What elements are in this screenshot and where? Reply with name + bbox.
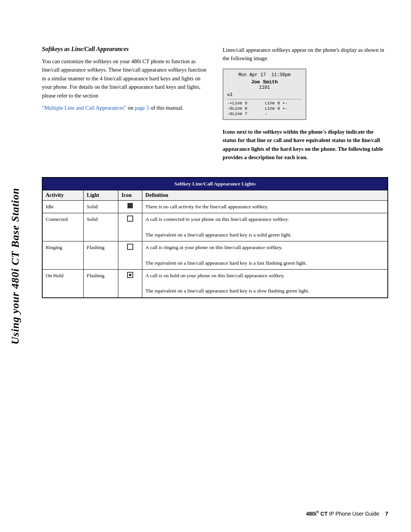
right-column: Lines/call appearance softkeys appear on… — [223, 46, 388, 166]
page-footer: 480i® CT IP Phone User Guide 7 — [306, 510, 388, 517]
phone-line-2: Line 8 ▪- — [265, 101, 302, 105]
left-para-2: "Multiple Line and Call Appearances" on … — [42, 104, 207, 112]
definition-connected: A call is connected to your phone on thi… — [142, 213, 388, 241]
main-content: Softkeys as Line/Call Appearances You ca… — [34, 23, 411, 321]
icon-on-hold — [118, 269, 142, 297]
col-header-icon: Icon — [118, 190, 142, 201]
table-title: Softkey Line/Call Appearance Lights — [42, 177, 388, 190]
light-connected: Solid — [83, 213, 118, 241]
phone-display-name: Joe Smith — [227, 79, 302, 85]
appearance-table: Softkey Line/Call Appearance Lights Acti… — [42, 177, 388, 298]
phone-display-ext: 1101 — [227, 85, 302, 90]
empty-square-ringing-icon — [127, 244, 133, 250]
col-header-activity: Activity — [42, 190, 83, 201]
light-ringing: Flashing — [83, 241, 118, 270]
col-header-light: Light — [83, 190, 118, 201]
table-row: Idle Solid There is no call activity for… — [42, 201, 388, 213]
table-header-row: Activity Light Icon Definition — [42, 190, 388, 201]
small-square-icon — [127, 203, 133, 208]
definition-on-hold: A call is on hold on your phone on this … — [142, 269, 388, 297]
activity-connected: Connected — [42, 213, 83, 241]
two-column-layout: Softkeys as Line/Call Appearances You ca… — [42, 46, 388, 166]
page-5-link[interactable]: page 5 — [135, 105, 149, 111]
multiple-line-link[interactable]: "Multiple Line and Call Appearances" — [42, 105, 126, 111]
page-container: Using your 480i CT Base Station Softkeys… — [0, 0, 411, 532]
activity-ringing: Ringing — [42, 241, 83, 270]
phone-line-3: -OLine 6 — [227, 106, 264, 111]
definition-idle: There is no call activity for the line/c… — [142, 201, 388, 213]
icon-ringing — [118, 241, 142, 270]
activity-idle: Idle — [42, 201, 83, 213]
phone-line-6: - — [265, 112, 302, 116]
footer-page-number: 7 — [385, 511, 388, 517]
section-heading: Softkeys as Line/Call Appearances — [42, 46, 207, 53]
phone-line-5: -OLine 7 — [227, 112, 264, 116]
left-para-1: You can customize the softkeys on your 4… — [42, 57, 207, 100]
phone-line-4: Line 9 ▪- — [265, 106, 302, 111]
left-column: Softkeys as Line/Call Appearances You ca… — [42, 46, 207, 166]
light-on-hold: Flashing — [83, 269, 118, 297]
phone-display-msg: ✉1 — [227, 92, 302, 97]
icon-idle — [118, 201, 142, 213]
phone-display-header: Mon Apr 17 11:30pm — [227, 72, 302, 78]
table-section: Softkey Line/Call Appearance Lights Acti… — [42, 177, 388, 298]
phone-display-mockup: Mon Apr 17 11:30pm Joe Smith 1101 ✉1 -▪L… — [223, 69, 306, 120]
phone-line-1: -▪Line 5 — [227, 101, 264, 105]
filled-inner-square-icon — [127, 272, 133, 278]
right-body-text: Icons next to the softkeys within the ph… — [223, 128, 388, 162]
footer-product-name: 480i® CT — [306, 511, 327, 517]
light-idle: Solid — [83, 201, 118, 213]
footer-product: 480i® CT IP Phone User Guide 7 — [306, 511, 388, 517]
activity-on-hold: On Hold — [42, 269, 83, 297]
table-row: Connected Solid A call is connected to y… — [42, 213, 388, 241]
table-title-row: Softkey Line/Call Appearance Lights — [42, 177, 388, 190]
col-header-definition: Definition — [142, 190, 388, 201]
phone-display-lines: -▪Line 5 Line 8 ▪- -OLine 6 Line 9 ▪- -O… — [227, 99, 302, 116]
icon-connected — [118, 213, 142, 241]
right-intro-text: Lines/call appearance softkeys appear on… — [223, 46, 388, 63]
empty-square-icon — [127, 216, 133, 222]
sidebar: Using your 480i CT Base Station — [0, 0, 30, 532]
table-row: On Hold Flashing A call is on hold on yo… — [42, 269, 388, 297]
sidebar-title: Using your 480i CT Base Station — [9, 188, 21, 344]
table-row: Ringing Flashing A call is ringing at yo… — [42, 241, 388, 270]
definition-ringing: A call is ringing at your phone on this … — [142, 241, 388, 270]
